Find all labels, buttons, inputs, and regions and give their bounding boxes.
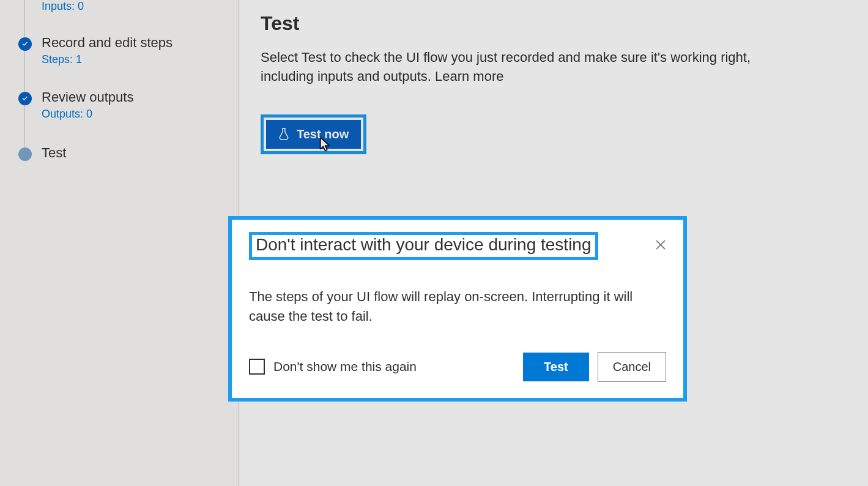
- step-title: Review outputs: [42, 89, 226, 105]
- dialog-footer: Don't show me this again Test Cancel: [249, 352, 666, 382]
- dont-show-label: Don't show me this again: [273, 359, 417, 374]
- cancel-button[interactable]: Cancel: [598, 352, 666, 382]
- step-setup-inputs[interactable]: Inputs: 0: [0, 0, 238, 19]
- check-icon: [18, 92, 32, 105]
- page-description: Select Test to check the UI flow you jus…: [261, 48, 762, 86]
- step-sub: Inputs: 0: [42, 0, 226, 13]
- check-icon: [18, 37, 32, 51]
- page-title: Test: [261, 12, 844, 35]
- step-title: Test: [42, 145, 226, 161]
- step-record[interactable]: Record and edit steps Steps: 1: [0, 29, 238, 72]
- test-now-highlight: Test now: [261, 114, 366, 154]
- current-step-icon: [18, 148, 32, 161]
- dialog-body: The steps of your UI flow will replay on…: [249, 287, 666, 326]
- step-review-outputs[interactable]: Review outputs Outputs: 0: [0, 83, 238, 127]
- dialog-title: Don't interact with your device during t…: [256, 235, 592, 254]
- wizard-sidebar: Inputs: 0 Record and edit steps Steps: 1…: [0, 0, 239, 486]
- flask-icon: [277, 127, 291, 141]
- step-sub: Steps: 1: [42, 53, 226, 66]
- step-test[interactable]: Test: [0, 139, 238, 167]
- stepper-line: [24, 0, 25, 153]
- test-warning-dialog: Don't interact with your device during t…: [228, 216, 687, 402]
- close-button[interactable]: [650, 234, 671, 255]
- close-icon: [655, 239, 667, 251]
- dont-show-checkbox[interactable]: [249, 359, 265, 375]
- dialog-title-highlight: Don't interact with your device during t…: [249, 232, 598, 260]
- step-sub: Outputs: 0: [42, 108, 226, 121]
- test-now-button[interactable]: Test now: [266, 120, 361, 149]
- learn-more-link[interactable]: Learn more: [435, 69, 504, 84]
- test-now-label: Test now: [297, 127, 349, 141]
- step-title: Record and edit steps: [42, 35, 226, 51]
- test-button[interactable]: Test: [523, 353, 589, 381]
